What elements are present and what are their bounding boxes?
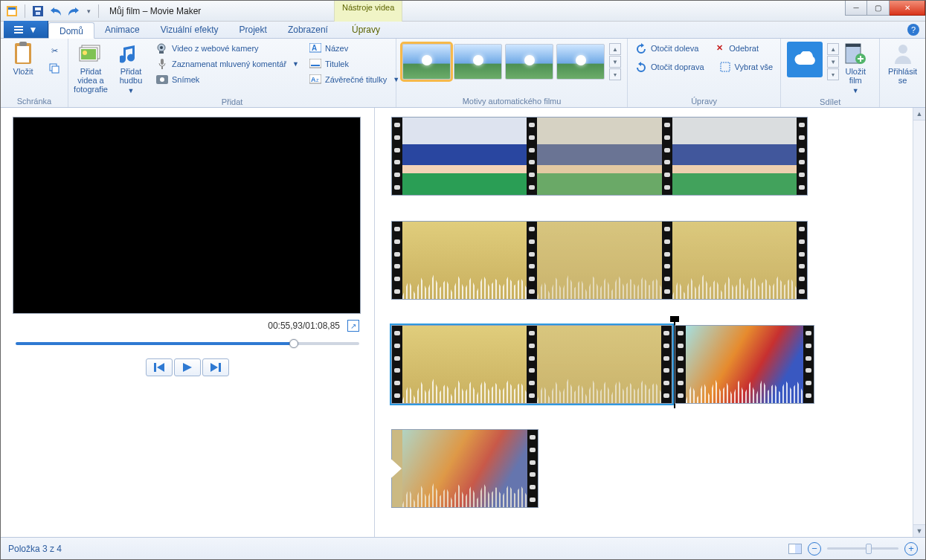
cloud-icon [787, 42, 823, 77]
group-signin: Přihlásit se [880, 39, 925, 107]
theme-thumbnail[interactable] [454, 44, 502, 80]
clip[interactable] [675, 325, 814, 404]
zoom-thumb[interactable] [866, 544, 872, 554]
group-share: ▲▼▾ Uložit film▼ Sdílet [781, 39, 880, 107]
svg-rect-28 [309, 59, 321, 68]
zoom-in-button[interactable]: + [904, 542, 918, 556]
vertical-scrollbar[interactable]: ▲ ▼ [913, 108, 925, 537]
clip-row [391, 117, 919, 196]
svg-point-18 [83, 51, 87, 55]
zoom-slider[interactable] [827, 547, 898, 550]
svg-text:A: A [312, 44, 317, 52]
status-bar: Položka 3 z 4 − + [1, 537, 925, 559]
svg-rect-2 [8, 7, 16, 10]
svg-rect-21 [159, 51, 164, 54]
camera-icon [156, 74, 168, 86]
tab-project[interactable]: Projekt [229, 22, 277, 38]
seek-slider[interactable] [16, 342, 359, 345]
file-menu-button[interactable]: ▼ [4, 21, 48, 38]
copy-button[interactable] [45, 60, 63, 76]
photo-stack-icon [79, 42, 103, 65]
window-title: Můj film – Movie Maker [109, 6, 201, 16]
microphone-icon [156, 58, 168, 70]
title-icon: A [309, 42, 321, 54]
snapshot-button[interactable]: Snímek [153, 71, 302, 87]
clip[interactable] [391, 429, 538, 508]
clip-row [391, 325, 919, 404]
select-all-icon [719, 61, 731, 73]
group-editing: Otočit doleva ✕Odebrat Otočit doprava Vy… [628, 39, 781, 107]
video-preview[interactable] [13, 117, 361, 314]
next-frame-button[interactable] [202, 358, 229, 376]
minimize-button[interactable]: ─ [845, 1, 867, 16]
rotate-right-button[interactable]: Otočit doprava [632, 59, 707, 74]
help-icon[interactable]: ? [907, 24, 919, 36]
narration-button[interactable]: Zaznamenat mluvený komentář▼ [153, 56, 302, 71]
group-add: Přidat videa a fotografie Přidat hudbu▼ … [68, 39, 396, 107]
redo-icon[interactable] [65, 4, 82, 19]
theme-thumbnail[interactable] [505, 44, 553, 80]
paste-button[interactable]: Vložit [5, 40, 41, 77]
app-icon[interactable] [4, 4, 20, 19]
music-note-icon [119, 42, 143, 65]
skydrive-button[interactable] [785, 40, 824, 79]
prev-frame-button[interactable] [146, 358, 173, 376]
gallery-scroll[interactable]: ▲▼▾ [609, 43, 621, 80]
group-automovie-themes: ▲▼▾ Motivy automatického filmu [396, 39, 628, 107]
rotate-left-button[interactable]: Otočit doleva [632, 40, 701, 56]
storyboard-pane[interactable]: ▲ ▼ [375, 108, 925, 537]
svg-rect-9 [14, 32, 23, 33]
svg-rect-33 [721, 62, 730, 71]
clip[interactable] [391, 117, 808, 196]
group-clipboard: Vložit ✂ Schránka [1, 39, 68, 107]
save-icon[interactable] [30, 4, 46, 19]
maximize-button[interactable]: ▢ [867, 1, 890, 16]
tab-visual-effects[interactable]: Vizuální efekty [150, 22, 229, 38]
svg-rect-14 [52, 66, 59, 73]
remove-button[interactable]: ✕Odebrat [710, 40, 762, 56]
caption-button[interactable]: Titulek [306, 56, 402, 71]
close-button[interactable]: ✕ [890, 1, 925, 16]
sign-in-button[interactable]: Přihlásit se [884, 40, 921, 86]
svg-rect-35 [846, 44, 861, 47]
zoom-controls: − + [788, 542, 918, 556]
tab-edits[interactable]: Úpravy [341, 22, 390, 38]
tab-home[interactable]: Domů [48, 22, 94, 39]
svg-text:z: z [316, 77, 319, 83]
svg-point-25 [160, 77, 164, 82]
credits-button[interactable]: AzZávěrečné titulky▼ [306, 71, 402, 87]
title-button[interactable]: ANázev [306, 40, 402, 56]
add-music-button[interactable]: Přidat hudbu▼ [113, 40, 149, 97]
clip-selected[interactable] [391, 325, 672, 404]
qat-dropdown-icon[interactable]: ▾ [83, 4, 94, 19]
film-sprocket [527, 118, 537, 195]
scroll-down-icon[interactable]: ▼ [913, 524, 925, 537]
zoom-out-button[interactable]: − [808, 542, 821, 556]
film-sprocket [392, 118, 402, 195]
copy-icon [48, 62, 60, 74]
svg-rect-11 [17, 46, 29, 62]
rotate-right-icon [635, 61, 647, 73]
theme-thumbnail[interactable] [556, 44, 605, 80]
tab-animations[interactable]: Animace [94, 22, 150, 38]
clip[interactable] [391, 221, 808, 300]
save-movie-button[interactable]: Uložit film▼ [836, 40, 875, 97]
svg-text:A: A [311, 76, 316, 83]
svg-rect-22 [161, 59, 164, 65]
tab-view[interactable]: Zobrazení [277, 22, 338, 38]
person-icon [891, 42, 915, 65]
undo-icon[interactable] [48, 4, 64, 19]
view-switch-icon[interactable] [788, 544, 802, 554]
workspace: 00:55,93/01:08,85 ↗ [1, 108, 925, 537]
scroll-up-icon[interactable]: ▲ [913, 108, 925, 120]
fullscreen-icon[interactable]: ↗ [347, 320, 359, 332]
seek-thumb[interactable] [289, 339, 298, 348]
cut-button[interactable]: ✂ [45, 43, 63, 59]
play-button[interactable] [174, 358, 201, 376]
select-all-button[interactable]: Vybrat vše [716, 59, 777, 74]
theme-thumbnail[interactable] [402, 44, 451, 80]
webcam-button[interactable]: Video z webové kamery [153, 40, 302, 56]
add-media-button[interactable]: Přidat videa a fotografie [73, 40, 109, 95]
window-controls: ─ ▢ ✕ [845, 1, 925, 16]
svg-rect-8 [14, 29, 23, 30]
